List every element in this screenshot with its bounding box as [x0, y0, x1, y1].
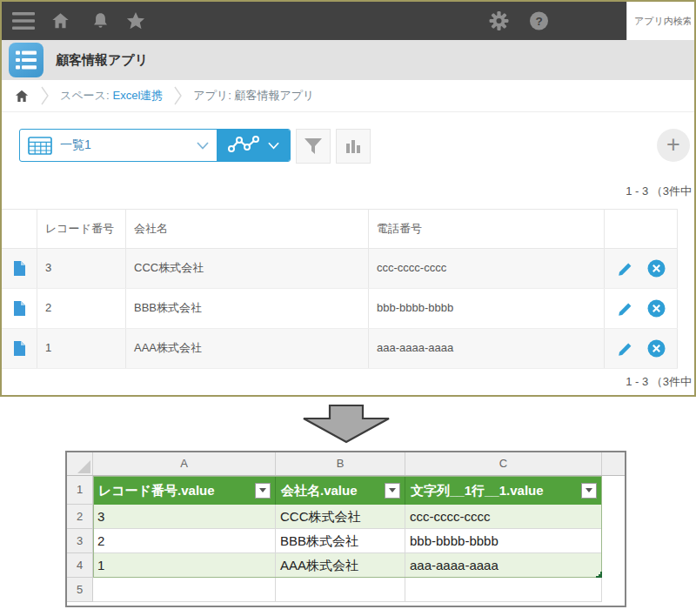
favorites-star-icon[interactable]	[125, 11, 146, 31]
help-icon[interactable]: ?	[529, 11, 549, 31]
edit-pencil-icon[interactable]	[617, 260, 634, 278]
record-no-cell: 1	[37, 329, 126, 368]
phone-cell: aaa-aaaa-aaaa	[369, 329, 605, 368]
app-icon[interactable]	[9, 43, 44, 77]
excel-select-all-cell[interactable]	[67, 452, 93, 475]
home-icon[interactable]	[50, 11, 70, 30]
breadcrumb: スペース: Excel連携 アプリ: 顧客情報アプリ	[2, 80, 694, 112]
excel-header-cell-b[interactable]: 会社名.value	[276, 476, 405, 505]
table-view-icon	[28, 137, 52, 155]
filter-funnel-icon	[303, 137, 324, 156]
excel-column-A[interactable]: A	[93, 452, 276, 475]
edit-pencil-icon[interactable]	[617, 340, 634, 358]
company-cell: CCC株式会社	[126, 249, 369, 288]
dropdown-arrow-icon	[389, 488, 396, 492]
delete-x-icon[interactable]	[647, 299, 666, 318]
record-link-cell	[2, 329, 37, 368]
notifications-bell-icon[interactable]	[91, 11, 110, 30]
line-chart-icon	[227, 135, 260, 156]
excel-data-row: 4 1 AAA株式会社 aaa-aaaa-aaaa	[67, 553, 625, 578]
excel-cell[interactable]: BBB株式会社	[276, 529, 405, 553]
breadcrumb-home-icon[interactable]	[14, 89, 30, 104]
actions-cell	[605, 249, 678, 288]
excel-row-number[interactable]: 4	[67, 553, 93, 578]
breadcrumb-separator-icon	[174, 86, 182, 105]
filter-button[interactable]	[296, 129, 331, 164]
excel-cell[interactable]: 2	[93, 529, 276, 553]
add-record-button[interactable]: +	[657, 129, 690, 162]
excel-column-header-bar: A B C	[67, 452, 625, 476]
excel-cell[interactable]	[405, 578, 602, 602]
excel-row-number[interactable]: 3	[67, 529, 93, 553]
chart-button[interactable]	[336, 129, 371, 164]
excel-cell[interactable]: bbb-bbbb-bbbb	[405, 529, 602, 553]
excel-cell[interactable]: AAA株式会社	[276, 553, 405, 578]
filter-dropdown-button[interactable]	[385, 483, 400, 499]
excel-cell[interactable]: ccc-cccc-cccc	[405, 505, 602, 529]
excel-row-number[interactable]: 1	[67, 476, 93, 505]
global-topbar: ?	[2, 2, 694, 40]
table-row: 1 AAA株式会社 aaa-aaaa-aaaa	[2, 329, 678, 369]
record-no-cell: 2	[37, 289, 126, 328]
phone-cell: bbb-bbbb-bbbb	[369, 289, 605, 328]
pagination-bottom: 1 - 3 （3件中	[626, 374, 692, 390]
record-document-icon[interactable]	[13, 340, 26, 357]
record-document-icon[interactable]	[13, 300, 26, 317]
filter-dropdown-button[interactable]	[581, 483, 597, 499]
app-header-bar: 顧客情報アプリ	[2, 40, 694, 80]
table-row: 2 BBB株式会社 bbb-bbbb-bbbb	[2, 289, 678, 329]
excel-header-row: 1 レコード番号.value 会社名.value 文字列__1行__1.valu…	[67, 476, 625, 505]
company-cell: BBB株式会社	[126, 289, 369, 328]
settings-gear-icon[interactable]	[488, 10, 510, 32]
excel-column-B[interactable]: B	[276, 452, 405, 475]
filter-dropdown-button[interactable]	[255, 483, 271, 499]
excel-sheet: A B C 1 レコード番号.value 会社名.value 文字列__1行__…	[65, 451, 626, 607]
pagination-top: 1 - 3 （3件中	[626, 184, 692, 199]
dropdown-arrow-icon	[586, 488, 592, 492]
excel-header-cell-c[interactable]: 文字列__1行__1.value	[405, 476, 602, 505]
excel-data-row: 2 3 CCC株式会社 ccc-cccc-cccc	[67, 505, 625, 529]
phone-cell: ccc-cccc-cccc	[369, 249, 605, 288]
excel-header-label: 会社名.value	[281, 483, 358, 498]
header-phone: 電話番号	[369, 210, 605, 248]
delete-x-icon[interactable]	[647, 259, 666, 278]
excel-cell[interactable]	[276, 578, 405, 602]
record-no-cell: 3	[37, 249, 126, 288]
excel-cell[interactable]: aaa-aaaa-aaaa	[405, 553, 602, 578]
excel-header-cell-a[interactable]: レコード番号.value	[93, 476, 276, 505]
view-dropdown[interactable]: 一覧1	[20, 130, 217, 161]
app-title: 顧客情報アプリ	[56, 40, 148, 80]
record-table: レコード番号 会社名 電話番号 3 CCC株式会社 ccc-cccc-cccc	[2, 209, 678, 369]
excel-row-number[interactable]: 2	[67, 505, 93, 529]
excel-row-number[interactable]: 5	[67, 578, 93, 602]
breadcrumb-space-prefix: スペース:	[60, 88, 110, 104]
excel-data-row: 3 2 BBB株式会社 bbb-bbbb-bbbb	[67, 529, 625, 553]
record-link-cell	[2, 289, 37, 328]
graph-view-toggle[interactable]	[217, 130, 290, 161]
page: ? 顧客情報アプリ スペース: Excel連携 アプリ: 顧客情	[0, 0, 696, 616]
header-icon-cell	[2, 210, 37, 248]
chevron-down-icon	[268, 142, 279, 150]
excel-header-label: 文字列__1行__1.value	[411, 483, 544, 498]
excel-body: 1 レコード番号.value 会社名.value 文字列__1行__1.valu…	[67, 476, 625, 602]
excel-cell[interactable]: CCC株式会社	[276, 505, 405, 529]
breadcrumb-app-item: アプリ: 顧客情報アプリ	[193, 88, 314, 104]
actions-cell	[605, 289, 678, 328]
excel-column-C[interactable]: C	[405, 452, 602, 475]
view-selector: 一覧1	[19, 129, 291, 162]
excel-cell[interactable]: 3	[93, 505, 276, 529]
app-search-box	[626, 2, 694, 40]
excel-cell[interactable]: 1	[93, 553, 276, 578]
app-search-input[interactable]	[627, 2, 694, 40]
excel-cell[interactable]	[93, 578, 276, 602]
chevron-down-icon	[197, 142, 209, 150]
breadcrumb-space-link[interactable]: Excel連携	[113, 88, 164, 104]
hamburger-menu-icon[interactable]	[12, 12, 35, 30]
record-link-cell	[2, 249, 37, 288]
record-document-icon[interactable]	[13, 260, 26, 277]
edit-pencil-icon[interactable]	[617, 300, 634, 318]
excel-data-row: 5	[67, 578, 625, 602]
delete-x-icon[interactable]	[647, 339, 666, 358]
select-all-triangle-icon	[77, 460, 90, 473]
table-resize-handle-icon[interactable]	[594, 570, 602, 578]
